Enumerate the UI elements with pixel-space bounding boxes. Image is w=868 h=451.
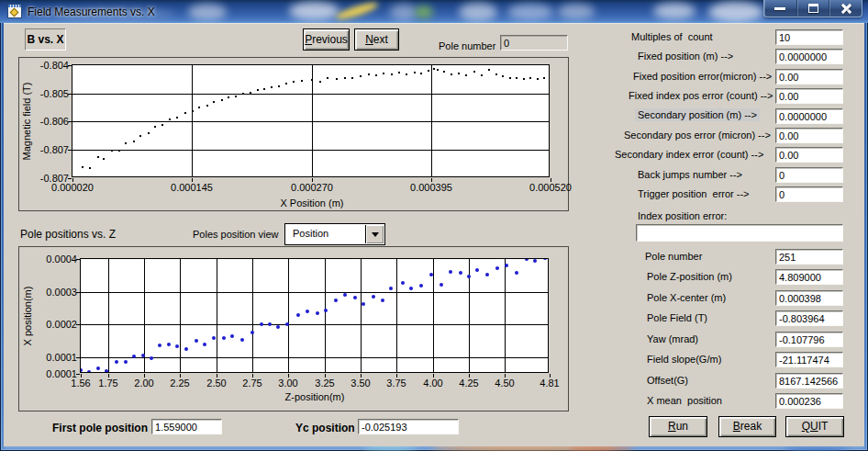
chevron-down-icon	[372, 232, 379, 237]
row-label-secondary-position: Secondary position (m) -->	[635, 109, 760, 120]
window-controls	[763, 0, 862, 17]
stat-field-pole-field: -0.803964	[775, 310, 843, 326]
stat-field-pole-z: 4.809000	[775, 269, 843, 285]
poles-view-label: Poles position view	[193, 229, 279, 240]
yc-position-field[interactable]: -0.025193	[358, 419, 459, 434]
stat-field-pole-number: 251	[775, 249, 843, 265]
app-window: Field Measurements vs. X B vs. X Previou…	[0, 0, 868, 451]
first-pole-label: First pole position	[52, 422, 148, 434]
dropdown-button[interactable]	[365, 225, 384, 243]
row-label-trigger-pos-error: Trigger position error -->	[638, 188, 750, 199]
stat-label-pole-z: Pole Z-position (m)	[647, 271, 732, 282]
minimize-icon	[774, 7, 785, 10]
row-field-fixed-index-error[interactable]: 0.00	[775, 88, 843, 104]
field-chart-y-title: Magnetic field (T)	[20, 66, 33, 176]
field-chart-frame	[18, 57, 569, 211]
stat-label-pole-field: Pole Field (T)	[647, 312, 707, 323]
stat-label-pole-number: Pole number	[645, 251, 702, 262]
stat-label-x-mean: X mean position	[647, 395, 722, 406]
row-label-multiples: Multiples of count	[631, 31, 713, 42]
next-button[interactable]: Next	[354, 28, 399, 51]
maximize-icon	[808, 4, 818, 13]
maximize-button[interactable]	[797, 0, 830, 17]
window-title: Field Measurements vs. X	[28, 6, 155, 18]
stat-label-field-slope: Field slope(G/m)	[647, 354, 721, 365]
row-field-secondary-position[interactable]: 0.0000000	[775, 108, 843, 124]
stat-field-yaw: -0.107796	[775, 332, 843, 347]
poles-view-value: Position	[293, 228, 328, 239]
field-chart-x-title: X Position (m)	[220, 197, 404, 209]
row-field-back-jumps[interactable]: 0	[775, 167, 843, 183]
pole-number-header-label: Pole number	[439, 40, 495, 51]
row-field-secondary-index-error[interactable]: 0.00	[775, 147, 843, 163]
row-field-multiples[interactable]: 10	[775, 29, 843, 45]
row-field-fixed-pos-error[interactable]: 0.00	[775, 69, 843, 85]
close-button[interactable]	[829, 0, 862, 17]
row-field-fixed-position[interactable]: 0.0000000	[775, 49, 843, 64]
row-label-back-jumps: Back jumps number -->	[638, 169, 742, 180]
quit-button[interactable]: QUIT	[785, 416, 844, 437]
stat-field-x-mean: 0.000236	[775, 393, 843, 409]
app-icon[interactable]	[7, 4, 22, 18]
row-label-fixed-pos-error: Fixed position error(micron) -->	[633, 71, 772, 82]
minimize-button[interactable]	[764, 0, 797, 17]
yc-position-label: Yc position	[295, 422, 355, 434]
row-field-secondary-pos-error[interactable]: 0.00	[775, 128, 843, 143]
row-label-fixed-position: Fixed position (m) -->	[638, 51, 733, 62]
stat-field-offset: 8167.142566	[775, 373, 843, 389]
poles-view-dropdown[interactable]: Position	[284, 223, 385, 245]
row-label-fixed-index-error: Fixed index pos error (count) -->	[629, 90, 773, 101]
row-field-trigger-pos-error[interactable]: 0	[775, 186, 843, 202]
stat-label-offset: Offset(G)	[647, 375, 688, 386]
stat-field-field-slope: -21.117474	[775, 352, 843, 367]
run-button[interactable]: Run	[649, 416, 707, 437]
pole-number-header-field: 0	[500, 35, 568, 51]
stat-label-yaw: Yaw (mrad)	[647, 333, 698, 344]
row-label-secondary-index-error: Secondary index error (count) -->	[615, 149, 763, 160]
stat-label-pole-x-center: Pole X-center (m)	[647, 292, 726, 303]
pole-chart-frame	[18, 246, 569, 412]
stat-field-pole-x-center: 0.000398	[775, 290, 843, 306]
previous-button[interactable]: Previous	[303, 28, 350, 51]
section-label-b-vs-x: B vs. X	[25, 28, 66, 51]
index-error-label: Index position error:	[638, 210, 727, 221]
pole-positions-label: Pole positions vs. Z	[20, 228, 116, 241]
pole-chart-y-title: X position(m)	[21, 261, 34, 371]
row-label-secondary-pos-error: Secondary pos error (micron) -->	[624, 130, 771, 141]
first-pole-field[interactable]: 1.559000	[151, 419, 222, 434]
index-error-field[interactable]	[636, 224, 843, 242]
pole-chart-x-title: Z-position(m)	[223, 391, 406, 402]
break-button[interactable]: Break	[718, 416, 776, 437]
